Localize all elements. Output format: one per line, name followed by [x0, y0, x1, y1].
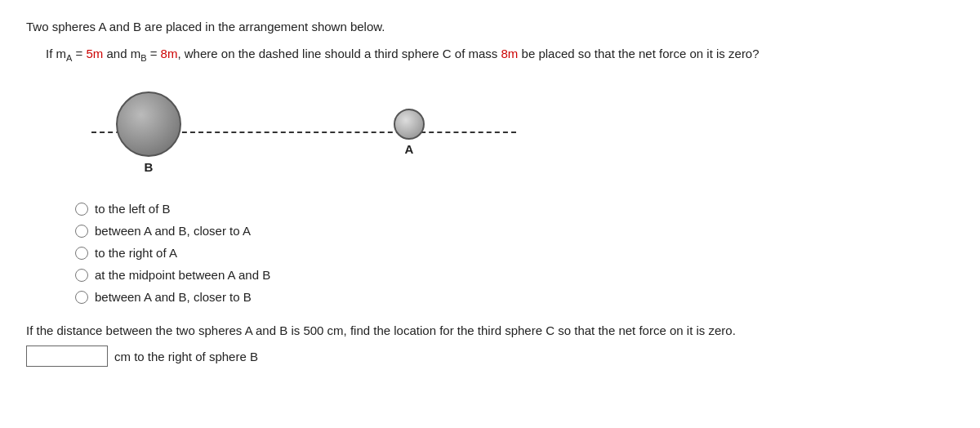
radio-opt2[interactable] — [75, 225, 88, 238]
option-row-5: between A and B, closer to B — [75, 290, 954, 304]
radio-opt4[interactable] — [75, 269, 88, 282]
sphere-b — [116, 91, 181, 157]
question-line: If mA = 5m and mB = 8m, where on the das… — [46, 47, 954, 63]
bottom-question: If the distance between the two spheres … — [26, 323, 954, 337]
option-label-3[interactable]: to the right of A — [95, 246, 177, 260]
sphere-a-label: A — [405, 142, 414, 156]
mass-c-value: 8m — [501, 47, 519, 60]
cm-suffix: cm to the right of sphere B — [114, 350, 258, 363]
bottom-section: If the distance between the two spheres … — [26, 323, 954, 367]
option-row-4: at the midpoint between A and B — [75, 268, 954, 282]
sphere-b-container: B — [116, 91, 181, 174]
sphere-b-label: B — [145, 160, 154, 174]
option-label-5[interactable]: between A and B, closer to B — [95, 290, 252, 304]
option-row-3: to the right of A — [75, 246, 954, 260]
cm-input[interactable] — [26, 346, 108, 367]
radio-opt1[interactable] — [75, 203, 88, 216]
option-label-4[interactable]: at the midpoint between A and B — [95, 268, 270, 282]
sub-b: B — [140, 53, 146, 63]
intro-text: Two spheres A and B are placed in the ar… — [26, 20, 954, 33]
option-row-1: to the left of B — [75, 202, 954, 216]
input-row: cm to the right of sphere B — [26, 346, 954, 367]
options-area: to the left of Bbetween A and B, closer … — [75, 202, 954, 304]
sphere-a-container: A — [394, 109, 425, 156]
mass-a-value: 5m — [86, 47, 103, 60]
sphere-a — [394, 109, 425, 140]
option-row-2: between A and B, closer to A — [75, 224, 954, 238]
radio-opt3[interactable] — [75, 247, 88, 260]
option-label-2[interactable]: between A and B, closer to A — [95, 224, 251, 238]
diagram-area: B A — [91, 79, 954, 185]
radio-opt5[interactable] — [75, 291, 88, 304]
sub-a: A — [66, 53, 72, 63]
mass-b-value: 8m — [161, 47, 178, 60]
option-label-1[interactable]: to the left of B — [95, 202, 171, 216]
